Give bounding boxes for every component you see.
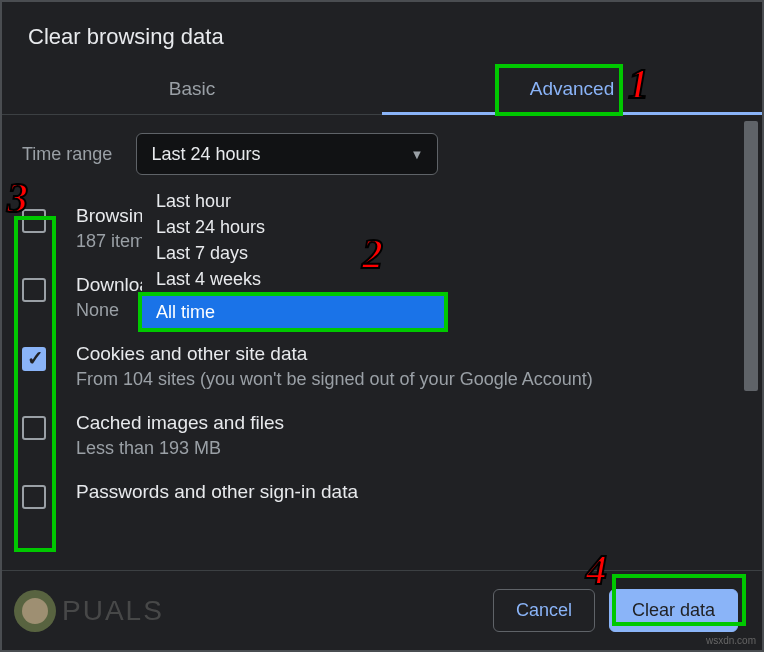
item-title: Cookies and other site data	[76, 343, 742, 365]
checkbox-download-history[interactable]	[22, 278, 46, 302]
chevron-down-icon: ▼	[411, 147, 424, 162]
option-last-hour[interactable]: Last hour	[142, 188, 444, 214]
option-last-24-hours[interactable]: Last 24 hours	[142, 214, 444, 240]
clear-browsing-data-dialog: Clear browsing data Basic Advanced Time …	[0, 0, 764, 652]
time-range-row: Time range Last 24 hours ▼	[2, 115, 762, 185]
watermark-text: PUALS	[62, 595, 164, 627]
watermark: PUALS	[14, 590, 164, 632]
option-last-4-weeks[interactable]: Last 4 weeks	[142, 266, 444, 292]
list-item: Cached images and files Less than 193 MB	[22, 412, 742, 459]
time-range-select[interactable]: Last 24 hours ▼	[136, 133, 438, 175]
checkbox-browsing-history[interactable]	[22, 209, 46, 233]
tab-basic[interactable]: Basic	[2, 64, 382, 114]
option-last-7-days[interactable]: Last 7 days	[142, 240, 444, 266]
time-range-dropdown: Last hour Last 24 hours Last 7 days Last…	[142, 188, 444, 332]
item-title: Passwords and other sign-in data	[76, 481, 742, 503]
checkbox-cached-images[interactable]	[22, 416, 46, 440]
list-item: Cookies and other site data From 104 sit…	[22, 343, 742, 390]
watermark-icon	[14, 590, 56, 632]
scrollbar[interactable]	[744, 121, 758, 391]
time-range-label: Time range	[22, 144, 112, 165]
item-text: Passwords and other sign-in data	[76, 481, 742, 507]
time-range-value: Last 24 hours	[151, 144, 410, 165]
source-url: wsxdn.com	[706, 635, 756, 646]
dialog-title: Clear browsing data	[2, 2, 762, 64]
checkbox-passwords[interactable]	[22, 485, 46, 509]
item-text: Cached images and files Less than 193 MB	[76, 412, 742, 459]
dialog-body: Time range Last 24 hours ▼ Browsing hist…	[2, 115, 762, 555]
tab-advanced[interactable]: Advanced	[382, 64, 762, 114]
item-text: Cookies and other site data From 104 sit…	[76, 343, 742, 390]
checkbox-cookies[interactable]	[22, 347, 46, 371]
item-sub: From 104 sites (you won't be signed out …	[76, 369, 742, 390]
item-title: Cached images and files	[76, 412, 742, 434]
cancel-button[interactable]: Cancel	[493, 589, 595, 632]
option-all-time[interactable]: All time	[138, 292, 448, 332]
item-sub: Less than 193 MB	[76, 438, 742, 459]
list-item: Passwords and other sign-in data	[22, 481, 742, 509]
clear-data-button[interactable]: Clear data	[609, 589, 738, 632]
tab-bar: Basic Advanced	[2, 64, 762, 115]
